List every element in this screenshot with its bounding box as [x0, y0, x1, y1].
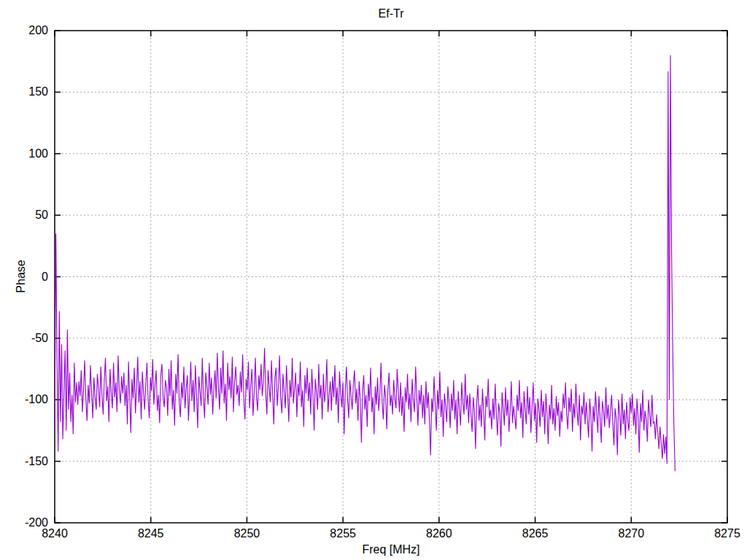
x-tick-label: 8270	[602, 527, 660, 540]
x-tick-label: 8245	[122, 527, 180, 540]
y-tick-label: 100	[0, 147, 48, 161]
y-tick-label: 50	[0, 208, 48, 222]
x-tick-label: 8255	[314, 527, 372, 540]
plot-area	[0, 0, 747, 560]
x-tick-label: 8265	[506, 527, 565, 540]
y-tick-label: 200	[0, 23, 48, 38]
y-tick-label: -100	[0, 392, 48, 407]
x-tick-label: 8250	[217, 527, 276, 540]
x-tick-label: 8240	[26, 527, 84, 540]
y-tick-label: -50	[0, 331, 48, 346]
gnuplot-window: Ef-Tr Phase Freq [MHz] -200-150-100-5005…	[0, 0, 747, 560]
y-tick-label: 0	[0, 270, 48, 284]
x-tick-label: 8275	[698, 527, 747, 540]
y-tick-label: -150	[0, 454, 48, 469]
chart-title: Ef-Tr	[55, 7, 727, 20]
phase-trace	[55, 55, 675, 471]
x-axis-label: Freq [MHz]	[55, 543, 727, 556]
y-tick-label: 150	[0, 85, 48, 99]
x-tick-label: 8260	[410, 527, 468, 540]
